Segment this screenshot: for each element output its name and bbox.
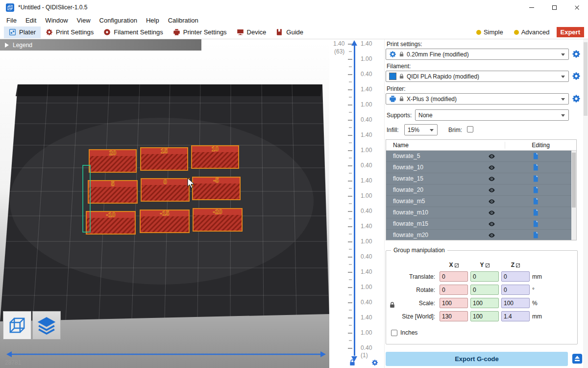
printer-edit-gear-button[interactable] — [572, 94, 581, 103]
print-settings-edit-gear-button[interactable] — [572, 50, 581, 58]
legend-bar[interactable]: Legend — [0, 39, 201, 51]
object-editing-icon[interactable] — [532, 186, 539, 193]
tab-print-settings[interactable]: Print Settings — [41, 26, 98, 38]
size-unit: mm — [532, 313, 550, 320]
object-list-row[interactable]: flowrate_5 — [386, 151, 571, 162]
close-button[interactable] — [565, 0, 588, 15]
menu-window[interactable]: Window — [41, 17, 72, 24]
rotate-z-field[interactable] — [501, 285, 530, 295]
infill-select[interactable]: 15% — [404, 124, 438, 135]
translate-y-field[interactable] — [470, 271, 499, 282]
tab-plater[interactable]: Plater — [4, 26, 41, 38]
maximize-button[interactable] — [543, 0, 565, 15]
tab-device[interactable]: Device — [232, 26, 271, 38]
brim-checkbox[interactable] — [467, 126, 473, 132]
visibility-eye-icon[interactable] — [488, 153, 495, 160]
export-gcode-button[interactable]: Export G-code — [386, 352, 568, 366]
plater-icon — [9, 28, 16, 36]
tick-mark — [348, 257, 352, 258]
mode-expert[interactable]: Expert — [557, 27, 584, 37]
visibility-eye-icon[interactable] — [488, 232, 495, 239]
object-list-scrollbar[interactable] — [571, 151, 576, 240]
scrollbar-thumb[interactable] — [584, 42, 588, 116]
object-editing-icon[interactable] — [532, 198, 539, 205]
axis-world-icon[interactable] — [486, 263, 490, 267]
scale-z-field[interactable] — [501, 298, 530, 308]
scrollbar-thumb[interactable] — [572, 153, 576, 208]
object-list-row[interactable]: flowrate_m20 — [386, 230, 571, 240]
mode-simple[interactable]: Simple — [472, 27, 507, 37]
object-list-row[interactable]: flowrate_m5 — [386, 196, 571, 207]
visibility-eye-icon[interactable] — [488, 175, 495, 183]
layer-slider[interactable]: 1.40 (63) (1) 1.401.000.401.401.000.401.… — [329, 39, 384, 368]
menu-view[interactable]: View — [73, 17, 95, 24]
tick-mark — [348, 226, 352, 227]
flowrate-object-5[interactable]: 5 — [88, 180, 137, 203]
view-3d-button[interactable] — [3, 311, 31, 340]
rotate-x-field[interactable] — [440, 285, 468, 295]
axis-world-icon[interactable] — [516, 263, 520, 267]
layer-range-lock-icon[interactable] — [349, 359, 356, 368]
object-list-row[interactable]: flowrate_m10 — [386, 207, 571, 218]
filament-select[interactable]: QIDI PLA Rapido (modified) — [386, 71, 569, 82]
menu-edit[interactable]: Edit — [21, 17, 41, 24]
object-editing-icon[interactable] — [532, 175, 539, 182]
layer-slider-track[interactable] — [354, 46, 355, 356]
scale-y-field[interactable] — [470, 298, 499, 308]
object-editing-icon[interactable] — [532, 209, 539, 216]
axis-world-icon[interactable] — [455, 263, 459, 267]
inches-checkbox[interactable] — [391, 330, 397, 336]
uniform-scale-lock-icon[interactable] — [389, 302, 395, 308]
translate-z-field[interactable] — [501, 271, 530, 282]
visibility-eye-icon[interactable] — [488, 198, 495, 205]
object-editing-icon[interactable] — [532, 164, 539, 171]
menu-help[interactable]: Help — [142, 17, 164, 24]
menu-configuration[interactable]: Configuration — [95, 17, 142, 24]
menu-calibration[interactable]: Calibration — [164, 17, 203, 24]
size-z-field[interactable] — [501, 311, 530, 321]
rotate-label: Rotate: — [390, 287, 437, 293]
svg-text:0: 0 — [163, 178, 167, 185]
tab-printer-settings[interactable]: Printer Settings — [168, 26, 232, 38]
visibility-eye-icon[interactable] — [488, 209, 495, 216]
object-list-row[interactable]: flowrate_10 — [386, 162, 571, 173]
tick-mark-minor — [349, 142, 352, 143]
visibility-eye-icon[interactable] — [488, 186, 495, 194]
viewport-3d[interactable]: 20 15 10 5 — [0, 39, 329, 368]
menu-file[interactable]: File — [2, 17, 21, 24]
object-editing-icon[interactable] — [532, 220, 539, 227]
flowrate-object-m10[interactable]: -10 — [86, 211, 135, 234]
flowrate-object-15[interactable]: 15 — [141, 147, 188, 170]
object-list-row[interactable]: flowrate_15 — [386, 173, 571, 184]
supports-select[interactable]: None — [415, 109, 569, 121]
export-to-sd-eject-icon[interactable] — [572, 353, 583, 364]
flowrate-object-0[interactable]: 0 — [141, 178, 189, 201]
slider-up-arrow-icon[interactable] — [351, 40, 357, 46]
flowrate-object-m5[interactable]: -5 — [193, 177, 240, 200]
print-settings-select[interactable]: 0.20mm Fine (modified) — [386, 49, 569, 60]
printer-select[interactable]: X-Plus 3 (modified) — [386, 93, 569, 105]
layers-preview-button[interactable] — [32, 311, 61, 340]
object-list-row[interactable]: flowrate_m15 — [386, 218, 571, 230]
minimize-button[interactable] — [520, 0, 543, 15]
scale-x-field[interactable] — [440, 298, 468, 308]
mode-advanced[interactable]: Advanced — [510, 27, 554, 37]
visibility-eye-icon[interactable] — [488, 220, 495, 228]
translate-x-field[interactable] — [440, 271, 468, 282]
flowrate-object-m20[interactable]: -20 — [193, 208, 242, 231]
filament-edit-gear-button[interactable] — [572, 72, 581, 80]
object-editing-icon[interactable] — [532, 153, 539, 159]
sidebar-scrollbar[interactable] — [583, 39, 588, 368]
flowrate-object-m15[interactable]: -15 — [140, 210, 189, 233]
object-list-row[interactable]: flowrate_20 — [386, 184, 571, 196]
tab-guide[interactable]: Guide — [271, 26, 308, 38]
layer-slider-settings-gear-icon[interactable] — [371, 359, 378, 368]
flowrate-object-10[interactable]: 10 — [192, 145, 239, 168]
object-editing-icon[interactable] — [532, 232, 539, 238]
flowrate-object-20[interactable]: 20 — [89, 149, 136, 172]
rotate-y-field[interactable] — [470, 285, 499, 295]
size-y-field[interactable] — [470, 311, 499, 321]
tab-filament-settings[interactable]: Filament Settings — [98, 26, 168, 38]
size-x-field[interactable] — [440, 311, 468, 321]
visibility-eye-icon[interactable] — [488, 164, 495, 171]
